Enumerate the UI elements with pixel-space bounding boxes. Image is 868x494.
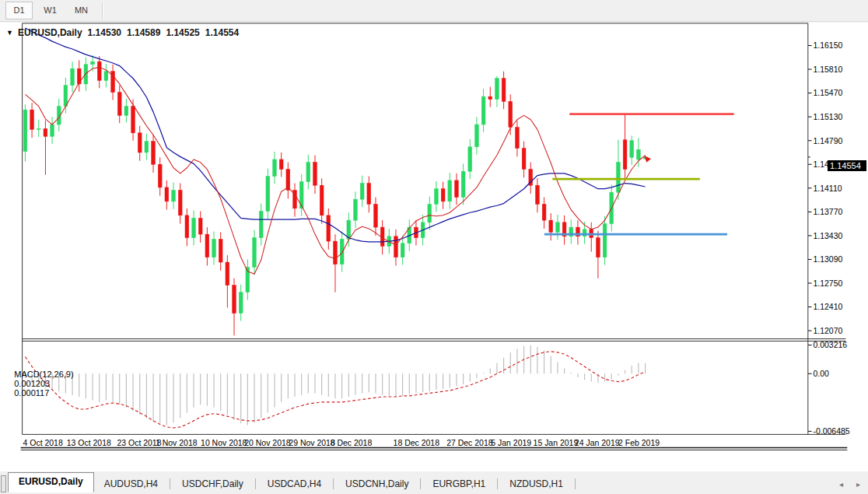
macd-signal-value: 0.000117 [14,388,49,398]
ohlc-high: 1.14589 [127,27,160,38]
chart-tab-bar: EURUSD,DailyAUDUSD,H4USDCHF,DailyUSDCAD,… [0,471,868,494]
macd-main-value: 0.001203 [14,379,50,388]
candle-body [266,177,270,212]
candle-body [306,163,310,182]
candle-body [516,128,520,149]
date-axis-label: 10 Nov 2018 [201,439,247,447]
tab-scroll-right-icon[interactable]: ▸ [856,480,860,489]
macd-axis-label: -0.006485 [813,427,849,436]
tab-separator [575,478,576,489]
candle-body [165,187,169,201]
date-axis-label: 4 Oct 2018 [23,439,63,447]
candle-body [637,149,641,159]
tab-separator [255,478,256,489]
candle-body [117,93,121,116]
price-axis-label: 1.12750 [813,279,842,288]
candle-body [340,239,344,264]
candle-body [226,262,229,286]
timeframe-toolbar: D1W1MN [0,0,868,22]
candle-body [354,199,358,220]
tab-scroll-controls: ◂ ▸ [839,480,860,489]
price-axis-label: 1.13090 [813,255,842,264]
date-axis-label: 18 Dec 2018 [394,439,440,447]
chart-canvas[interactable]: 1.161501.158101.154701.151301.147901.144… [0,23,868,471]
chart-tab-eurusd-daily[interactable]: EURUSD,Daily [8,472,94,492]
tab-scroll-left-icon[interactable]: ◂ [839,480,843,489]
candle-body [91,61,95,65]
candle-body [313,163,317,186]
chart-tab-usdcnh-daily[interactable]: USDCNH,Daily [335,475,418,492]
candle-body [239,293,243,314]
candle-body [623,140,627,170]
macd-name: MACD(12,26,9) [14,370,73,379]
price-axis-label: 1.14790 [813,137,842,145]
candle-body [394,236,398,258]
candle-body [435,189,439,205]
price-axis-label: 1.15810 [813,65,842,74]
date-axis-label: 2 Feb 2019 [618,439,660,447]
candle-body [448,180,452,201]
ohlc-close: 1.14554 [205,27,239,38]
chart-tab-usdchf-daily[interactable]: USDCHF,Daily [172,475,254,492]
candle-body [630,141,634,158]
candle-body [205,234,209,258]
timeframe-button-mn[interactable]: MN [68,2,95,19]
candle-body [37,128,40,129]
macd-axis-label: 0.003216 [813,341,847,349]
candle-body [597,238,600,258]
candle-body [71,68,75,86]
candle-body [84,65,88,84]
candle-body [259,211,263,237]
candle-body [273,159,277,177]
candle-body [549,220,553,232]
candle-body [178,190,182,215]
candle-body [299,182,303,208]
toolbar-separator [102,2,103,19]
price-axis-label: 1.13430 [813,232,842,240]
chart-tab-usdcad-h4[interactable]: USDCAD,H4 [257,475,331,492]
price-axis-label: 1.13770 [813,208,842,216]
candle-body [475,124,479,147]
candle-body [64,86,68,107]
candle-body [124,107,128,116]
candle-body [158,164,162,187]
candle-body [542,204,546,220]
candle-body [455,180,459,198]
candle-body [327,215,331,241]
candle-body [522,149,526,170]
candle-body [488,96,492,100]
date-axis-label: 24 Jan 2019 [575,439,620,447]
candle-body [360,184,364,200]
price-axis-label: 1.16150 [813,41,842,50]
candle-body [97,61,101,80]
candle-body [401,243,404,258]
chart-tab-eurgbp-h1[interactable]: EURGBP,H1 [422,475,495,492]
candle-body [198,218,202,234]
timeframe-button-w1[interactable]: W1 [37,2,64,19]
candle-body [367,184,371,205]
candle-body [468,147,472,171]
candle-body [77,68,81,84]
candle-body [374,204,378,227]
date-axis-label: 15 Jan 2019 [534,439,579,447]
candle-body [556,222,560,233]
candle-body [334,241,338,265]
macd-axis-label: 0.00 [813,370,829,378]
candle-body [461,171,465,197]
chart-tab-audusd-h4[interactable]: AUDUSD,H4 [94,475,168,492]
chart-tab-nzdusd-h1[interactable]: NZDUSD,H1 [499,475,573,492]
candle-body [509,101,513,127]
symbol-dropdown-icon[interactable]: ▼ [6,29,13,37]
tab-separator [420,478,421,489]
candle-body [279,159,283,170]
candle-body [495,79,499,100]
timeframe-button-group: D1W1MN [5,2,99,19]
date-axis-label: 29 Nov 2018 [289,439,335,447]
candle-body [30,110,34,129]
date-axis-label: 27 Dec 2018 [446,439,493,447]
macd-indicator-label: MACD(12,26,9) 0.001203 0.000117 [5,360,79,407]
tab-separator [333,478,334,489]
timeframe-button-d1[interactable]: D1 [5,2,33,19]
current-bar-marker-icon [644,156,651,163]
price-axis-label: 1.12410 [813,303,842,311]
